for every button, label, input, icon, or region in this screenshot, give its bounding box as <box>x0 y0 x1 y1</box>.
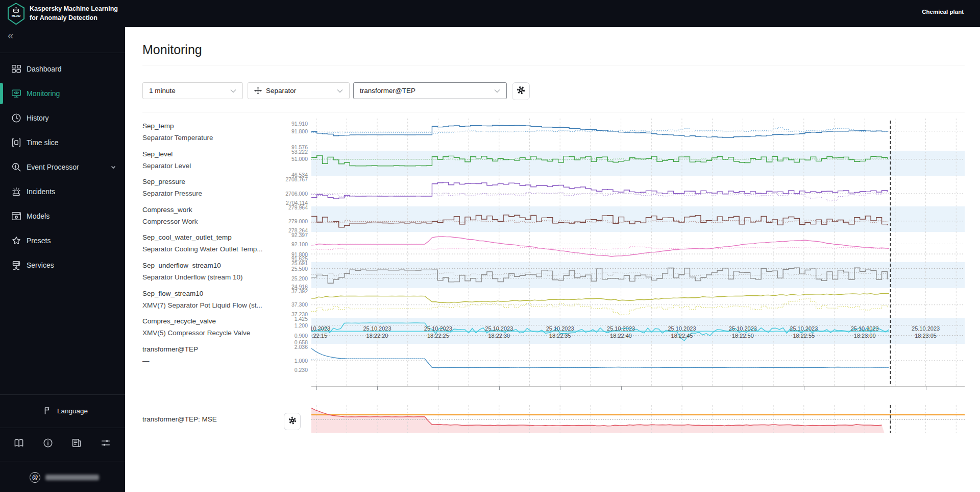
divider <box>0 53 125 53</box>
predicted-series <box>311 273 887 276</box>
logo-text: MLAD <box>12 14 21 17</box>
series-desc-sep_underflow_stream10: Separator Underflow (stream 10) <box>142 273 243 281</box>
mse-label: transformer@TEP: MSE <box>142 415 217 423</box>
time-slice-icon <box>11 137 22 148</box>
book-icon[interactable] <box>13 437 26 450</box>
presets-icon <box>11 235 22 246</box>
axis-tick <box>804 386 804 390</box>
y-value-label: 2706.000 <box>263 191 308 196</box>
y-value-label: 25.200 <box>263 276 308 281</box>
series-desc-sep_flow_stream10: XMV(7) Separator Pot Liquid Flow (st... <box>142 301 262 309</box>
sidebar-item-services[interactable]: Services <box>0 253 125 277</box>
series-desc-compres_recycle_valve: XMV(5) Compressor Recycle Valve <box>142 329 250 337</box>
y-value-label: 2.036 <box>263 344 308 349</box>
y-value-label: 0.900 <box>263 333 308 338</box>
y-value-label: 53.222 <box>263 149 308 154</box>
chevron-down-icon <box>494 87 500 95</box>
event-processor-icon <box>11 161 22 173</box>
info-icon[interactable] <box>42 437 55 450</box>
incidents-icon <box>11 186 22 197</box>
series-name-sep_flow_stream10[interactable]: Sep_flow_stream10 <box>142 290 203 297</box>
series-name-sep_temp[interactable]: Sep_temp <box>142 122 174 130</box>
sidebar-item-dashboard[interactable]: Dashboard <box>0 57 125 81</box>
series-plot-sep_temp <box>311 122 965 150</box>
series-desc-compress_work: Compressor Work <box>142 218 198 225</box>
y-value-label: 37.300 <box>263 302 308 307</box>
sidebar-item-event-processor[interactable]: Event Processor <box>0 155 125 179</box>
series-plot-compress_work <box>311 205 965 233</box>
series-name-sep_cool_water_outlet_temp[interactable]: Sep_cool_water_outlet_temp <box>142 233 232 241</box>
actual-series <box>311 125 887 137</box>
series-name-sep_level[interactable]: Sep_level <box>142 150 173 158</box>
tag-group-select[interactable]: Separator <box>248 82 350 99</box>
actual-series <box>311 215 887 227</box>
series-name-sep_pressure[interactable]: Sep_pressure <box>142 178 185 185</box>
y-value-label: 0.230 <box>263 367 308 372</box>
sidebar-item-presets[interactable]: Presets <box>0 228 125 253</box>
x-axis-label: 25.10.202318:22:35 <box>538 325 581 339</box>
sidebar-item-monitoring[interactable]: Monitoring <box>0 81 125 106</box>
series-name-sep_underflow_stream10[interactable]: Sep_underflow_stream10 <box>142 262 221 269</box>
user-account[interactable]: @ <box>30 472 99 483</box>
chart-plot-area[interactable] <box>311 119 965 391</box>
x-axis-labels: 25.10.202318:22:1525.10.202318:22:2025.1… <box>311 325 966 343</box>
models-icon <box>11 210 22 222</box>
services-icon <box>11 260 22 271</box>
series-desc-sep_level: Separator Level <box>142 162 191 170</box>
divider <box>142 65 965 65</box>
axis-tick <box>682 386 682 390</box>
sidebar-item-history[interactable]: History <box>0 106 125 130</box>
series-plot-transformer_tep <box>311 345 965 373</box>
sidebar-item-incidents[interactable]: Incidents <box>0 179 125 204</box>
predicted-series <box>311 246 887 250</box>
history-icon <box>11 112 22 124</box>
mse-plot <box>311 405 965 435</box>
sliders-icon[interactable] <box>100 437 112 450</box>
y-value-label: 2708.767 <box>263 177 308 182</box>
y-value-label: 1.425 <box>263 316 308 321</box>
chart-settings-button[interactable] <box>512 82 530 100</box>
sidebar-collapse-button[interactable]: « <box>8 30 13 41</box>
sidebar-item-label: Time slice <box>27 138 59 147</box>
sidebar-item-label: Dashboard <box>27 65 62 73</box>
y-value-label: 25.691 <box>263 261 308 266</box>
sidebar-item-label: Incidents <box>27 188 55 196</box>
model-value: transformer@TEP <box>360 87 494 95</box>
y-value-label: 51.000 <box>263 156 308 161</box>
axis-tick <box>438 386 438 390</box>
sidebar-item-models[interactable]: Models <box>0 204 125 228</box>
x-axis-label: 25.10.202318:22:45 <box>660 325 703 339</box>
model-select[interactable]: transformer@TEP <box>353 82 507 99</box>
gear-icon <box>288 416 297 427</box>
sidebar-item-label: Services <box>27 261 54 269</box>
sidebar-item-label: Event Processor <box>27 163 79 171</box>
flag-icon <box>43 406 52 415</box>
series-plot-sep_flow_stream10 <box>311 289 965 317</box>
y-value-label: 92.397 <box>263 232 308 238</box>
y-value-label: 91.910 <box>263 121 308 126</box>
sidebar-item-time-slice[interactable]: Time slice <box>0 130 125 155</box>
mse-settings-button[interactable] <box>284 413 301 430</box>
series-plot-sep_underflow_stream10 <box>311 261 965 289</box>
series-name-compress_work[interactable]: Compress_work <box>142 206 192 214</box>
y-value-label: 279.000 <box>263 219 308 224</box>
app-logo: MLAD <box>7 3 26 27</box>
series-name-compres_recycle_valve[interactable]: Compres_recycle_valve <box>142 317 216 325</box>
x-axis-label: 25.10.202318:22:20 <box>356 325 399 339</box>
interval-select[interactable]: 1 minute <box>142 82 243 99</box>
divider <box>0 428 125 428</box>
language-label: Language <box>57 407 88 415</box>
divider <box>142 112 965 112</box>
series-name-transformer_tep[interactable]: transformer@TEP <box>142 345 198 353</box>
chevron-down-icon <box>230 87 236 95</box>
news-icon[interactable] <box>71 437 83 450</box>
x-axis-label: 25.10.202318:22:30 <box>478 325 521 339</box>
series-desc-sep_pressure: Separator Pressure <box>142 190 202 197</box>
y-value-label: 37.392 <box>263 289 308 294</box>
top-bar: Chemical plant <box>0 0 980 27</box>
divider <box>0 394 125 395</box>
tag-group-value: Separator <box>266 87 337 95</box>
language-button[interactable]: Language <box>43 406 88 415</box>
actual-series <box>311 237 889 256</box>
predicted-series <box>311 192 887 201</box>
